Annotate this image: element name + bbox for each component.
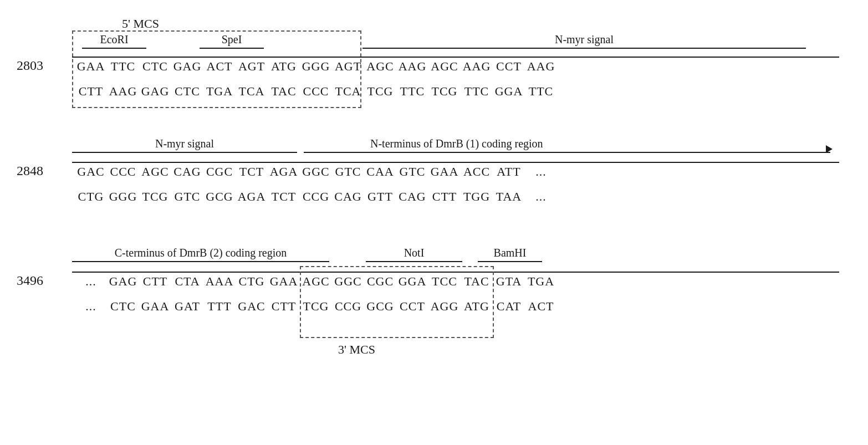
dmrb2-label: C-terminus of DmrB (2) coding region xyxy=(115,247,287,259)
seq2-bot: CTG GGG TCG GTC GCG AGA TCT CCG CAG GTT … xyxy=(75,190,557,204)
s3t12: TAC xyxy=(461,274,493,289)
s1b7: CCC xyxy=(300,84,332,99)
s2b3: GTC xyxy=(171,190,203,204)
noti-annotation: NotI xyxy=(366,247,462,262)
s1b14: TTC xyxy=(525,84,557,99)
s2t10: GTC xyxy=(396,165,428,179)
s2t14: ... xyxy=(525,165,557,179)
s1b10: TTC xyxy=(396,84,428,99)
nmyr-signal-1-annotation: N-myr signal xyxy=(362,33,806,49)
nmyr-signal-2-annotation: N-myr signal xyxy=(72,137,297,153)
s3b0: ... xyxy=(75,299,107,314)
s1b8: TCA xyxy=(332,84,364,99)
s2b11: CTT xyxy=(428,190,461,204)
s1t9: AGC xyxy=(364,59,396,74)
s1b1: AAG xyxy=(107,84,139,99)
row-label-3496: 3496 xyxy=(17,273,43,288)
s1t12: AAG xyxy=(461,59,493,74)
s2t11: GAA xyxy=(428,165,461,179)
s2b1: GGG xyxy=(107,190,139,204)
s1t3: GAG xyxy=(171,59,203,74)
mcs3-label: 3' MCS xyxy=(338,342,375,357)
s1t14: AAG xyxy=(525,59,557,74)
s2t1: CCC xyxy=(107,165,139,179)
bamhi-annotation: BamHI xyxy=(478,247,542,262)
seq2-top-line xyxy=(72,162,839,163)
s2t13: ATT xyxy=(493,165,525,179)
s2t6: AGA xyxy=(268,165,300,179)
s3t14: TGA xyxy=(525,274,557,289)
bamhi-label: BamHI xyxy=(494,247,527,259)
spei-label: SpeI xyxy=(222,33,242,46)
s3t7: AGC xyxy=(300,274,332,289)
s1b11: TCG xyxy=(428,84,461,99)
dmrb2-annotation: C-terminus of DmrB (2) coding region xyxy=(72,247,329,262)
s3t13: GTA xyxy=(493,274,525,289)
dmrtb1-annotation: N-terminus of DmrB (1) coding region xyxy=(304,137,830,153)
s3t9: CGC xyxy=(364,274,396,289)
s1t1: TTC xyxy=(107,59,139,74)
s1t5: AGT xyxy=(236,59,268,74)
s3b2: GAA xyxy=(139,299,171,314)
s3b9: GCG xyxy=(364,299,396,314)
s3b12: ATG xyxy=(461,299,493,314)
s3b7: TCG xyxy=(300,299,332,314)
seq2-top: GAC CCC AGC CAG CGC TCT AGA GGC GTC CAA … xyxy=(75,165,557,179)
s2t9: CAA xyxy=(364,165,396,179)
s1b5: TCA xyxy=(236,84,268,99)
arrow-head-sec2 xyxy=(826,145,833,153)
seq3-bot: ... CTC GAA GAT TTT GAC CTT TCG CCG GCG … xyxy=(75,299,557,314)
s3t6: GAA xyxy=(268,274,300,289)
spei-annotation: SpeI xyxy=(200,33,264,49)
s2t5: TCT xyxy=(236,165,268,179)
s3b14: ACT xyxy=(525,299,557,314)
nmyr-signal-1-label: N-myr signal xyxy=(555,33,614,46)
s2t2: AGC xyxy=(139,165,171,179)
s3b8: CCG xyxy=(332,299,364,314)
s2b0: CTG xyxy=(75,190,107,204)
s3t10: GGA xyxy=(396,274,428,289)
s3t5: CTG xyxy=(236,274,268,289)
row-label-2848: 2848 xyxy=(17,163,43,178)
s3b1: CTC xyxy=(107,299,139,314)
s1t0: GAA xyxy=(75,59,107,74)
row-label-2803: 2803 xyxy=(17,58,43,73)
s3t11: TCC xyxy=(428,274,461,289)
s2t7: GGC xyxy=(300,165,332,179)
s3t0: ... xyxy=(75,274,107,289)
s1b2: GAG xyxy=(139,84,171,99)
s1t4: ACT xyxy=(203,59,236,74)
nmyr-signal-2-label: N-myr signal xyxy=(155,137,214,150)
s3b10: CCT xyxy=(396,299,428,314)
s2t0: GAC xyxy=(75,165,107,179)
s2t12: ACC xyxy=(461,165,493,179)
s1t2: CTC xyxy=(139,59,171,74)
s3t1: GAG xyxy=(107,274,139,289)
s1t7: GGG xyxy=(300,59,332,74)
dna-diagram: 5' MCS EcoRI SpeI N-myr signal 2803 GAA … xyxy=(0,0,868,445)
s1b13: GGA xyxy=(493,84,525,99)
ecori-annotation: EcoRI xyxy=(82,33,146,49)
s1t6: ATG xyxy=(268,59,300,74)
s1b6: TAC xyxy=(268,84,300,99)
s3b4: TTT xyxy=(203,299,236,314)
mcs5-label: 5' MCS xyxy=(122,17,159,31)
dmrb1-label: N-terminus of DmrB (1) coding region xyxy=(370,137,543,150)
s1t10: AAG xyxy=(396,59,428,74)
s2t4: CGC xyxy=(203,165,236,179)
s1b9: TCG xyxy=(364,84,396,99)
s3t8: GGC xyxy=(332,274,364,289)
s3b3: GAT xyxy=(171,299,203,314)
s3t3: CTA xyxy=(171,274,203,289)
s2b6: TCT xyxy=(268,190,300,204)
seq3-top-line xyxy=(72,272,839,273)
s1t11: AGC xyxy=(428,59,461,74)
s2b10: CAG xyxy=(396,190,428,204)
s1b4: TGA xyxy=(203,84,236,99)
s1b0: CTT xyxy=(75,84,107,99)
s2b13: TAA xyxy=(493,190,525,204)
s3b6: CTT xyxy=(268,299,300,314)
s2b7: CCG xyxy=(300,190,332,204)
s2b5: AGA xyxy=(236,190,268,204)
s1b3: CTC xyxy=(171,84,203,99)
